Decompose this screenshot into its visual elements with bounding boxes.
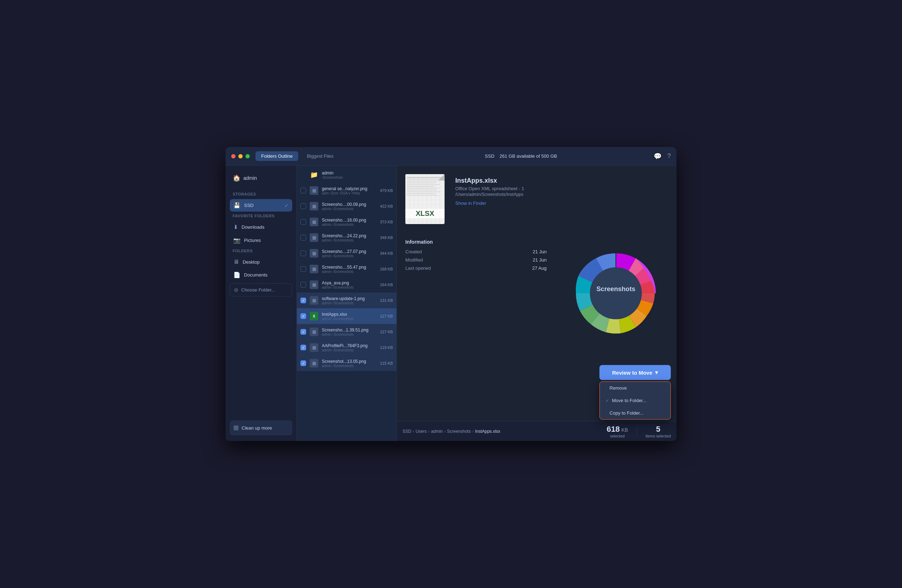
choose-folder-label: Choose Folder... <box>241 287 275 292</box>
created-label: Created <box>405 249 422 254</box>
review-to-move-button[interactable]: Review to Move ▾ <box>600 365 671 380</box>
file-path: admin ›Screenshots <box>322 207 377 211</box>
breadcrumb-item[interactable]: admin <box>431 429 443 434</box>
help-icon[interactable]: ? <box>667 152 671 160</box>
file-info: AAProfilePi...784F3.png admin ›Screensho… <box>322 343 377 352</box>
breadcrumb-separator: › <box>428 429 430 434</box>
downloads-icon: ⬇ <box>233 224 238 230</box>
file-path: admin ›Screenshots <box>322 270 377 274</box>
breadcrumb-separator: › <box>472 429 473 434</box>
file-path: admin ›Screenshots <box>322 301 377 305</box>
file-path: admin ›Screenshots <box>322 254 377 258</box>
file-name: Screensho...1.39.51.png <box>322 328 377 333</box>
file-list-item[interactable]: ✓ X InstApps.xlsx admin ›Screenshots 127… <box>297 308 396 324</box>
file-size: 373 KB <box>380 220 393 224</box>
minimize-button[interactable] <box>238 154 243 158</box>
xlsx-label: XLSX <box>405 209 445 218</box>
title-bar-right: 💬 ? <box>654 152 671 160</box>
xlsx-paper: XLSX <box>405 174 445 224</box>
file-size: 164 KB <box>380 283 393 287</box>
file-title: InstApps.xlsx <box>455 177 524 185</box>
sidebar-item-documents[interactable]: 📄 Documents <box>230 269 292 281</box>
file-checkbox[interactable]: ✓ <box>301 345 306 350</box>
file-list-item[interactable]: ▦ Screensho....16.00.png admin ›Screensh… <box>297 214 396 230</box>
file-list-item[interactable]: ▦ general se...nalyzer.png adm ›Scre ›DS… <box>297 183 396 199</box>
file-checkbox[interactable] <box>301 266 306 272</box>
storages-label: Storages <box>230 191 292 198</box>
items-label: Items selected <box>645 434 671 438</box>
sidebar-item-downloads[interactable]: ⬇ Downloads <box>230 221 292 233</box>
file-name: Screensho....24.22.png <box>322 233 377 238</box>
sidebar-item-pictures[interactable]: 📷 Pictures <box>230 234 292 247</box>
file-list-item[interactable]: ✓ ▦ Screenshot...13.05.png admin ›Screen… <box>297 355 396 371</box>
dropdown-menu-item[interactable]: ✓ Move to Folder... <box>600 394 670 407</box>
file-checkbox[interactable]: ✓ <box>301 360 306 366</box>
maximize-button[interactable] <box>246 154 250 158</box>
breadcrumb-item[interactable]: Screenshots <box>447 429 471 434</box>
desktop-label: Desktop <box>243 260 260 265</box>
tab-folders-outline[interactable]: Folders Outline <box>255 151 298 161</box>
title-bar: Folders Outline Biggest Files SSD 261 GB… <box>226 147 676 166</box>
choose-folder-btn[interactable]: ⊕ Choose Folder... <box>230 283 292 297</box>
file-list-item[interactable]: ▦ Screensho....55.47.png admin ›Screensh… <box>297 261 396 277</box>
pictures-label: Pictures <box>244 238 261 243</box>
file-type-icon: ▦ <box>309 233 319 242</box>
file-list-item[interactable]: ✓ ▦ Screensho...1.39.51.png admin ›Scree… <box>297 324 396 340</box>
file-list-item[interactable]: ✓ ▦ AAProfilePi...784F3.png admin ›Scree… <box>297 340 396 355</box>
file-list: 📁 admin ›Screenshots ▦ general se...naly… <box>297 166 396 441</box>
file-checkbox[interactable]: ✓ <box>301 297 306 303</box>
xlsx-icon: X <box>310 312 318 321</box>
file-checkbox[interactable] <box>301 219 306 225</box>
file-size: 115 KB <box>380 361 393 365</box>
file-name: admin <box>322 170 390 175</box>
close-button[interactable] <box>231 154 235 158</box>
file-checkbox[interactable] <box>301 282 306 288</box>
cleanup-label: Clean up more <box>241 425 272 431</box>
cleanup-icon: ⊞ <box>233 424 239 432</box>
dropdown-menu-item[interactable]: Remove <box>600 382 670 394</box>
sidebar-item-ssd[interactable]: 💾 SSD ✓ <box>230 199 292 211</box>
folder-icon: 📁 <box>310 171 318 179</box>
file-list-item[interactable]: ▦ Screensho....00.09.png admin ›Screensh… <box>297 199 396 214</box>
file-path: admin ›Screenshots <box>322 333 377 336</box>
file-path: admin ›Screenshots <box>322 238 377 242</box>
file-checkbox[interactable]: ✓ <box>301 313 306 319</box>
file-info: InstApps.xlsx admin ›Screenshots <box>322 312 377 321</box>
cleanup-button[interactable]: ⊞ Clean up more <box>230 420 292 435</box>
pictures-icon: 📷 <box>233 237 241 244</box>
file-list-item[interactable]: ▦ Screensho....24.22.png admin ›Screensh… <box>297 230 396 246</box>
tab-biggest-files[interactable]: Biggest Files <box>301 151 339 161</box>
sidebar-item-desktop[interactable]: 🖥 Desktop <box>230 256 292 268</box>
file-list-item[interactable]: ✓ ▦ software-update-1.png admin ›Screens… <box>297 292 396 308</box>
file-info: Screensho....55.47.png admin ›Screenshot… <box>322 265 377 274</box>
file-type-icon: ▦ <box>309 327 319 337</box>
file-checkbox[interactable] <box>301 188 306 193</box>
chat-icon[interactable]: 💬 <box>654 152 661 160</box>
ssd-item-label: SSD <box>244 203 254 208</box>
last-opened-label: Last opened <box>405 266 431 271</box>
file-checkbox[interactable] <box>301 203 306 209</box>
created-value: 21 Jun <box>533 249 547 254</box>
show-finder-link[interactable]: Show in Finder <box>455 200 486 206</box>
file-info: Asya_ava.png admin ›Screenshots <box>322 280 377 289</box>
modified-label: Modified <box>405 257 423 263</box>
file-checkbox[interactable]: ✓ <box>301 329 306 335</box>
breadcrumb: SSD›Users›admin›Screenshots›InstApps.xls… <box>402 429 504 434</box>
file-list-item[interactable]: ▦ Screensho....27.07.png admin ›Screensh… <box>297 246 396 261</box>
title-bar-tabs: Folders Outline Biggest Files <box>255 151 388 161</box>
file-list-item[interactable]: 📁 admin ›Screenshots <box>297 167 396 183</box>
file-info: Screensho....27.07.png admin ›Screenshot… <box>322 249 377 258</box>
image-icon: ▦ <box>310 343 318 352</box>
file-list-item[interactable]: ▦ Asya_ava.png admin ›Screenshots 164 KB <box>297 277 396 292</box>
breadcrumb-item[interactable]: Users <box>416 429 427 434</box>
dropdown-menu-item[interactable]: Copy to Folder... <box>600 407 670 419</box>
image-icon: ▦ <box>310 249 318 258</box>
ssd-label: SSD <box>485 153 495 159</box>
documents-icon: 📄 <box>233 272 241 278</box>
file-checkbox[interactable] <box>301 235 306 241</box>
breadcrumb-item[interactable]: SSD <box>402 429 411 434</box>
file-checkbox[interactable] <box>301 250 306 256</box>
selection-info: 618 KB selected 5 Items selected <box>606 425 671 438</box>
breadcrumb-item: InstApps.xlsx <box>475 429 500 434</box>
modified-value: 21 Jun <box>533 257 547 263</box>
